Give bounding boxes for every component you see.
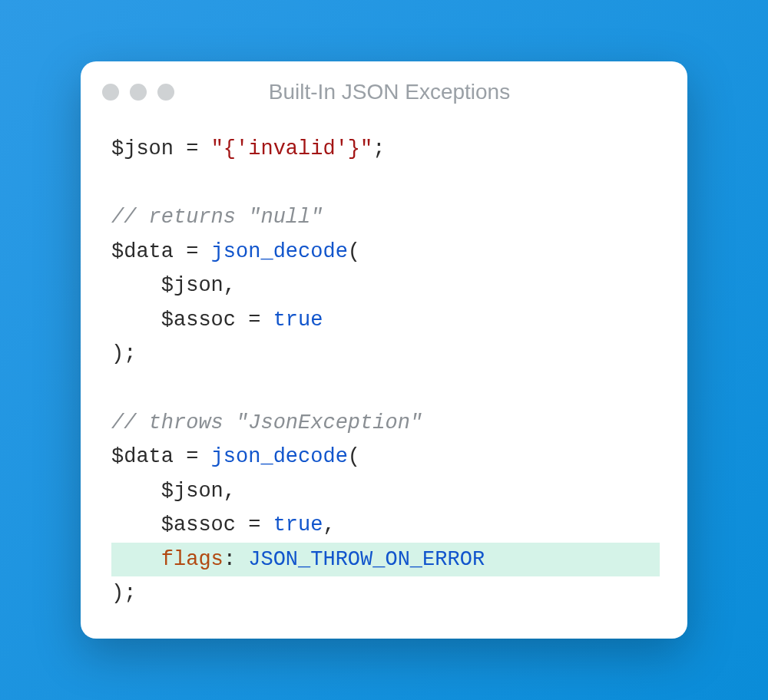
code-token: $json, bbox=[111, 274, 236, 297]
code-line: $data = json_decode( bbox=[111, 445, 360, 468]
code-line: $json, bbox=[111, 274, 236, 297]
code-token: $assoc bbox=[111, 513, 248, 537]
code-token: true bbox=[273, 309, 323, 332]
code-token: flags bbox=[161, 548, 223, 571]
code-token: $data bbox=[111, 240, 186, 263]
code-token: $assoc bbox=[111, 309, 248, 332]
code-token: ); bbox=[111, 582, 136, 605]
code-token: = bbox=[248, 513, 260, 537]
code-token bbox=[111, 548, 161, 571]
window-title: Built-In JSON Exceptions bbox=[113, 80, 666, 104]
code-token bbox=[198, 445, 210, 468]
code-line: $assoc = true bbox=[111, 309, 323, 332]
code-line: $data = json_decode( bbox=[111, 240, 360, 263]
code-token: : bbox=[223, 548, 248, 571]
code-token: // throws "JsonException" bbox=[111, 411, 422, 434]
code-token: = bbox=[186, 240, 198, 263]
code-token: "{'invalid'}" bbox=[211, 137, 373, 160]
code-token bbox=[111, 377, 124, 400]
code-token: ( bbox=[348, 445, 360, 468]
code-token bbox=[198, 240, 210, 263]
code-token: , bbox=[323, 513, 335, 537]
code-window: Built-In JSON Exceptions $json = "{'inva… bbox=[81, 61, 687, 639]
code-token bbox=[111, 172, 124, 195]
highlighted-line: flags: JSON_THROW_ON_ERROR bbox=[111, 543, 660, 577]
code-line: $assoc = true, bbox=[111, 513, 336, 537]
code-line bbox=[111, 172, 124, 195]
code-token: $json bbox=[111, 137, 186, 160]
code-token: ; bbox=[372, 137, 385, 160]
code-token: ); bbox=[111, 342, 136, 365]
code-line: // returns "null" bbox=[111, 206, 323, 229]
code-block: $json = "{'invalid'}"; // returns "null"… bbox=[111, 132, 660, 611]
code-line: ); bbox=[111, 582, 136, 605]
code-token bbox=[260, 513, 273, 537]
code-token: = bbox=[186, 445, 198, 468]
code-token: = bbox=[248, 309, 260, 332]
code-token: = bbox=[186, 137, 198, 160]
code-token bbox=[198, 137, 210, 160]
code-line: $json = "{'invalid'}"; bbox=[111, 137, 385, 160]
code-token bbox=[260, 309, 273, 332]
window-titlebar: Built-In JSON Exceptions bbox=[81, 61, 687, 111]
code-token: ( bbox=[348, 240, 360, 263]
code-line: $json, bbox=[111, 480, 236, 503]
code-area: $json = "{'invalid'}"; // returns "null"… bbox=[81, 111, 687, 619]
code-token: json_decode bbox=[211, 445, 348, 468]
code-token: $json, bbox=[111, 480, 236, 503]
code-token: $data bbox=[111, 445, 186, 468]
code-line: // throws "JsonException" bbox=[111, 411, 422, 434]
code-token: // returns "null" bbox=[111, 206, 323, 229]
code-token: JSON_THROW_ON_ERROR bbox=[248, 548, 485, 571]
code-line: ); bbox=[111, 342, 136, 365]
code-token: true bbox=[273, 513, 323, 537]
code-line bbox=[111, 377, 124, 400]
code-token: json_decode bbox=[211, 240, 348, 263]
